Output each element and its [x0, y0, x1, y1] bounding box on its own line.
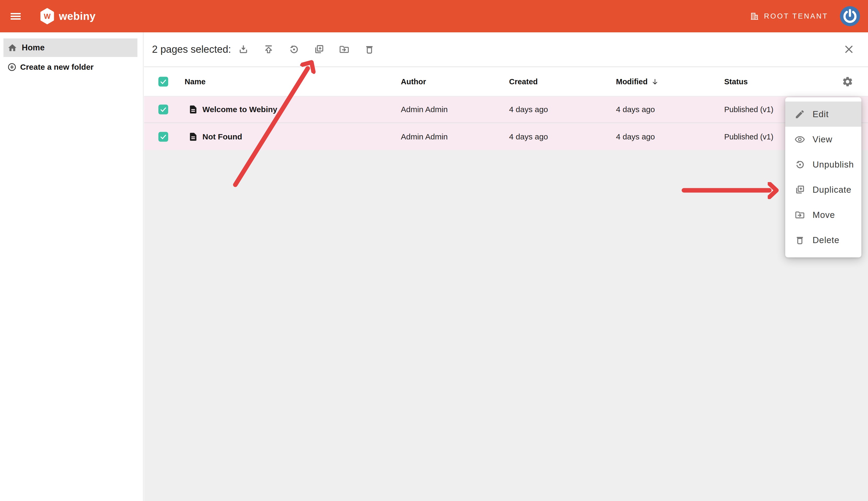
delete-action-icon[interactable] [364, 44, 375, 55]
page-author: Admin Admin [401, 105, 448, 114]
page-modified: 4 days ago [616, 105, 655, 114]
page-document-icon [188, 132, 198, 142]
table-row[interactable]: Welcome to Webiny Admin Admin 4 days ago… [144, 96, 868, 123]
sort-descending-icon [651, 78, 659, 86]
plus-circle-icon [8, 63, 17, 72]
selection-toolbar: 2 pages selected: [144, 32, 868, 67]
delete-trash-icon [795, 235, 805, 245]
row-checkbox[interactable] [158, 105, 168, 115]
page-status: Published (v1) [724, 132, 773, 141]
table-row[interactable]: Not Found Admin Admin 4 days ago 4 days … [144, 124, 868, 150]
page-document-icon [188, 105, 198, 115]
column-header-name[interactable]: Name [185, 77, 206, 86]
menu-item-label: Move [813, 210, 835, 220]
page-title[interactable]: Welcome to Webiny [202, 105, 277, 114]
row-actions-context-menu: Edit View Unpublish Duplicate Move Delet… [785, 97, 861, 257]
duplicate-action-icon[interactable] [314, 44, 324, 55]
menu-item-edit[interactable]: Edit [785, 102, 861, 127]
folders-sidebar: Home Create a new folder [0, 32, 144, 501]
publish-action-icon[interactable] [263, 44, 274, 55]
table-header-row: Name Author Created Modified Status [144, 67, 868, 96]
selection-count-label: 2 pages selected: [152, 44, 231, 55]
menu-item-move[interactable]: Move [785, 202, 861, 227]
app-header: W webiny ROOT TENANT [0, 0, 868, 32]
page-title[interactable]: Not Found [202, 132, 242, 141]
move-action-icon[interactable] [339, 44, 349, 55]
page-modified: 4 days ago [616, 132, 655, 141]
user-avatar-power-icon[interactable] [840, 6, 860, 26]
create-folder-label: Create a new folder [20, 63, 94, 72]
page-author: Admin Admin [401, 132, 448, 141]
sidebar-home-label: Home [22, 43, 44, 53]
column-header-author[interactable]: Author [401, 77, 426, 86]
menu-item-delete[interactable]: Delete [785, 227, 861, 253]
check-icon [159, 78, 167, 86]
tenant-label: ROOT TENANT [764, 12, 828, 20]
check-icon [159, 133, 167, 141]
table-settings-gear-icon[interactable] [842, 76, 854, 87]
menu-item-duplicate[interactable]: Duplicate [785, 177, 861, 202]
webiny-logo[interactable]: W webiny [40, 8, 96, 24]
sidebar-item-home[interactable]: Home [3, 39, 137, 57]
page-list-content: 2 pages selected: [144, 32, 868, 501]
column-header-status[interactable]: Status [724, 77, 748, 86]
menu-item-label: View [813, 135, 833, 145]
duplicate-icon [795, 184, 805, 195]
home-icon [8, 43, 17, 53]
page-status: Published (v1) [724, 105, 773, 114]
download-action-icon[interactable] [238, 44, 249, 55]
building-icon [750, 11, 759, 21]
tenant-selector[interactable]: ROOT TENANT [750, 11, 828, 21]
brand-letter: W [44, 12, 51, 20]
menu-item-label: Duplicate [813, 185, 851, 195]
page-created: 4 days ago [509, 132, 548, 141]
eye-icon [795, 134, 805, 145]
menu-item-view[interactable]: View [785, 127, 861, 152]
row-checkbox[interactable] [158, 132, 168, 142]
menu-item-label: Edit [813, 109, 829, 119]
menu-item-label: Unpublish [813, 160, 854, 170]
check-icon [159, 106, 167, 114]
menu-item-unpublish[interactable]: Unpublish [785, 152, 861, 177]
move-folder-icon [795, 210, 805, 220]
brand-text: webiny [59, 10, 96, 22]
unpublish-action-icon[interactable] [289, 44, 299, 55]
webiny-hexagon-icon: W [40, 8, 55, 24]
edit-pencil-icon [795, 109, 805, 119]
column-header-modified-label: Modified [616, 77, 648, 86]
create-folder-button[interactable]: Create a new folder [0, 60, 137, 75]
menu-item-label: Delete [813, 235, 839, 245]
page-created: 4 days ago [509, 105, 548, 114]
unpublish-restore-icon [795, 159, 805, 170]
hamburger-menu-icon[interactable] [11, 12, 21, 21]
column-header-modified[interactable]: Modified [616, 77, 659, 86]
column-header-created[interactable]: Created [509, 77, 538, 86]
close-selection-icon[interactable] [844, 44, 854, 55]
select-all-checkbox[interactable] [158, 77, 168, 87]
